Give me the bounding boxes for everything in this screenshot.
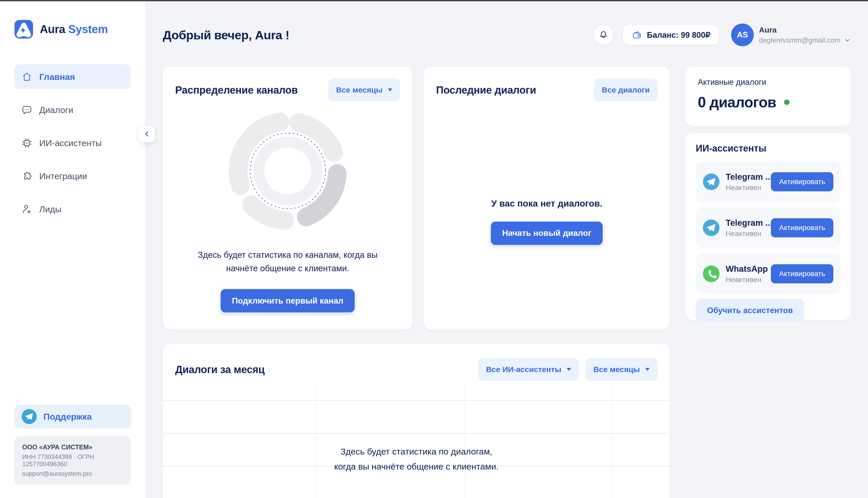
donut-inner-ring <box>259 142 317 200</box>
channels-card-title: Распределение каналов <box>175 84 298 96</box>
monthly-assistants-filter-label: Все ИИ-ассистенты <box>486 365 561 374</box>
sidebar-item-label: Главная <box>39 72 75 82</box>
activate-assistant-button[interactable]: Активировать <box>771 172 833 191</box>
connect-channel-button[interactable]: Подключить первый канал <box>221 289 355 312</box>
avatar-initials: AS <box>737 30 748 40</box>
monthly-months-filter-label: Все месяцы <box>593 365 640 374</box>
brand-name: Aura System <box>40 23 108 36</box>
dialogs-card-title: Последние диалоги <box>436 84 536 96</box>
balance-label: Баланс: 99 800₽ <box>647 30 710 40</box>
sidebar: Aura System Главная <box>0 1 146 498</box>
sidebar-item-integrations[interactable]: Интеграции <box>14 164 131 188</box>
bell-icon <box>599 30 608 40</box>
channels-donut-chart <box>227 110 349 232</box>
right-column: Активные диалоги 0 диалогов ИИ-ассистент… <box>686 67 851 330</box>
assistant-name: Telegram ... <box>725 218 771 228</box>
assistant-name: WhatsApp <box>725 264 768 274</box>
main-content: Добрый вечер, Aura ! <box>146 1 868 498</box>
sidebar-item-label: Интеграции <box>39 171 87 181</box>
assistants-card-title: ИИ-ассистенты <box>696 143 841 154</box>
assistant-row: Telegram ... Неактивен Активировать <box>696 161 841 202</box>
monthly-empty-line1: Здесь будет статистика по диалогам, <box>163 444 670 459</box>
monthly-assistants-filter[interactable]: Все ИИ-ассистенты <box>478 358 579 381</box>
dialogs-card: Последние диалоги Все диалоги У вас пока… <box>424 67 670 330</box>
user-avatar[interactable]: AS <box>731 24 754 46</box>
chevron-left-icon <box>143 130 151 138</box>
activate-assistant-button[interactable]: Активировать <box>771 218 833 237</box>
all-dialogs-button[interactable]: Все диалоги <box>594 79 657 101</box>
user-menu[interactable]: Aura degterevsmm@gmail.com <box>759 26 851 44</box>
assistant-row: Telegram ... Неактивен Активировать <box>696 208 841 248</box>
monthly-dialogs-card: Диалоги за месяц Все ИИ-ассистенты Все м… <box>163 344 670 498</box>
assistant-status: Неактивен <box>725 230 771 238</box>
greeting-title: Добрый вечер, Aura ! <box>163 28 289 42</box>
monthly-chart-grid <box>163 382 670 498</box>
monthly-empty-line2: когда вы начнёте общение с клиентами. <box>163 459 670 474</box>
assistant-status: Неактивен <box>725 276 768 284</box>
sidebar-item-leads[interactable]: Лиды <box>14 197 131 222</box>
sidebar-collapse-button[interactable] <box>138 126 155 142</box>
page-header: Добрый вечер, Aura ! <box>163 21 851 49</box>
sidebar-item-dialogs[interactable]: Диалоги <box>14 97 131 122</box>
support-label: Поддержка <box>43 412 92 422</box>
caret-down-icon <box>645 368 650 371</box>
active-dialogs-value: 0 диалогов <box>698 94 776 111</box>
company-name: ООО «АУРА СИСТЕМ» <box>22 443 123 451</box>
monthly-empty-text: Здесь будет статистика по диалогам, когд… <box>163 444 670 474</box>
support-button[interactable]: Поддержка <box>14 405 131 429</box>
active-dialogs-card: Активные диалоги 0 диалогов <box>686 67 851 126</box>
sidebar-item-label: ИИ-ассистенты <box>39 138 102 148</box>
sidebar-item-label: Диалоги <box>39 105 73 115</box>
assistants-card: ИИ-ассистенты Telegram ... Неактивен <box>686 133 851 320</box>
whatsapp-icon <box>703 265 719 282</box>
user-email: degterevsmm@gmail.com <box>759 37 840 44</box>
sidebar-item-ai-assistants[interactable]: ИИ-ассистенты <box>14 131 131 155</box>
dialogs-empty-text: У вас пока нет диалогов. <box>491 198 602 209</box>
online-status-dot-icon <box>784 100 789 105</box>
start-dialog-button[interactable]: Начать новый диалог <box>491 222 603 245</box>
brand-logo-icon <box>14 20 33 39</box>
train-assistants-button[interactable]: Обучить ассистентов <box>696 299 804 323</box>
channels-card: Распределение каналов Все месяцы <box>163 67 412 330</box>
company-email: support@aurasystem.pro <box>22 470 123 477</box>
telegram-icon <box>703 220 719 236</box>
sidebar-nav: Главная Диалоги <box>14 64 131 230</box>
wallet-icon <box>632 30 642 40</box>
assistant-name: Telegram ... <box>725 172 771 182</box>
telegram-icon <box>703 173 719 190</box>
activate-assistant-button[interactable]: Активировать <box>771 264 833 284</box>
user-name: Aura <box>759 26 851 35</box>
dashboard-row-top: Распределение каналов Все месяцы <box>163 67 851 330</box>
brand: Aura System <box>14 20 131 39</box>
assistant-row: WhatsApp Неактивен Активировать <box>696 254 841 294</box>
chip-icon <box>21 137 32 149</box>
sidebar-item-home[interactable]: Главная <box>14 64 131 89</box>
channels-empty-text: Здесь будет статистика по каналам, когда… <box>187 248 389 275</box>
home-icon <box>21 71 32 82</box>
assistant-status: Неактивен <box>725 184 771 192</box>
notifications-button[interactable] <box>594 25 613 45</box>
brand-name-primary: Aura <box>40 23 65 36</box>
monthly-card-title: Диалоги за месяц <box>175 364 265 376</box>
chevron-down-icon <box>844 37 851 44</box>
sidebar-item-label: Лиды <box>39 204 62 214</box>
active-dialogs-title: Активные диалоги <box>698 78 839 87</box>
balance-button[interactable]: Баланс: 99 800₽ <box>623 25 719 45</box>
telegram-icon <box>22 409 37 424</box>
brand-name-secondary: System <box>68 23 108 36</box>
company-info-card: ООО «АУРА СИСТЕМ» ИНН 7730344399 · ОГРН … <box>14 436 131 485</box>
header-controls: Баланс: 99 800₽ AS Aura degterevsmm@gmai… <box>594 24 851 46</box>
company-registration: ИНН 7730344399 · ОГРН 1257700496360 <box>22 453 123 468</box>
chat-icon <box>21 104 32 116</box>
monthly-months-filter[interactable]: Все месяцы <box>586 358 657 381</box>
puzzle-icon <box>21 170 32 182</box>
channels-month-filter[interactable]: Все месяцы <box>328 79 400 101</box>
user-plus-icon <box>21 204 32 215</box>
caret-down-icon <box>388 89 392 92</box>
channels-month-filter-label: Все месяцы <box>336 86 383 94</box>
caret-down-icon <box>567 368 571 371</box>
